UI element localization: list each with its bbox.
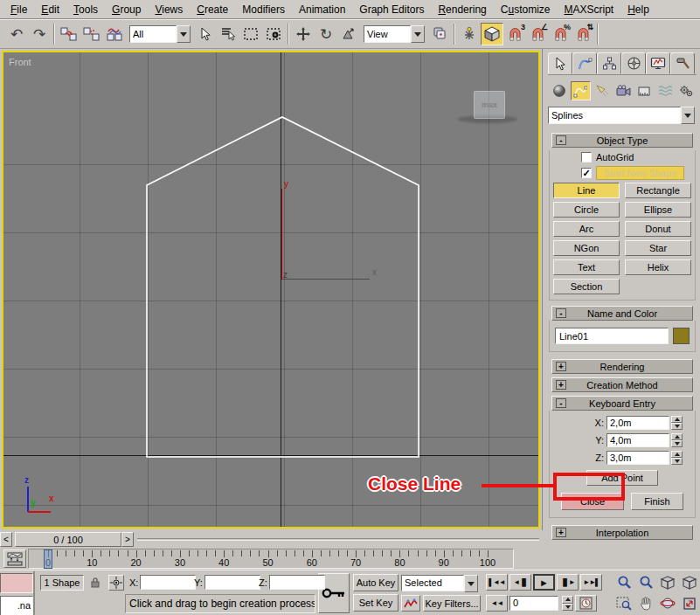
rollout-rendering[interactable]: +Rendering — [551, 359, 693, 374]
button-ngon[interactable]: NGon — [553, 240, 620, 256]
tab-hierarchy[interactable] — [597, 52, 621, 74]
window-crossing-button[interactable] — [262, 23, 285, 45]
coord-x-input[interactable] — [140, 575, 196, 590]
zoom-extents-all-button[interactable] — [679, 572, 700, 592]
macro-recorder-pane[interactable] — [0, 573, 33, 593]
previous-key-button[interactable]: ◄▐▌ — [509, 574, 531, 591]
current-frame-field[interactable]: 0 — [509, 596, 558, 611]
snap-toggle-button[interactable] — [481, 23, 503, 45]
time-config-button[interactable] — [575, 595, 597, 612]
bind-to-spacewarp-button[interactable] — [103, 23, 126, 45]
viewport-area[interactable]: Front max y z x z x y — [0, 49, 542, 530]
rollout-name-and-color[interactable]: -Name and Color — [551, 306, 693, 321]
menu-graph-editors[interactable]: Graph Editors — [352, 2, 431, 17]
use-pivot-center-button[interactable] — [428, 23, 451, 45]
category-space-warps[interactable] — [655, 81, 675, 100]
button-arc[interactable]: Arc — [553, 221, 620, 237]
object-name-field[interactable]: Line01 — [555, 328, 669, 344]
rollout-object-type[interactable]: -Object Type — [551, 133, 693, 148]
default-tangent-icon[interactable] — [401, 595, 420, 612]
spinner-down[interactable] — [671, 423, 683, 430]
redo-button[interactable]: ↷ — [28, 23, 51, 45]
tab-motion[interactable] — [621, 52, 646, 74]
start-new-shape-checkbox[interactable]: ✓ — [581, 168, 592, 178]
rollout-keyboard-entry[interactable]: -Keyboard Entry — [551, 396, 693, 411]
subcategory-dropdown[interactable]: Splines — [548, 107, 697, 124]
spinner-up[interactable] — [671, 416, 683, 423]
auto-key-button[interactable]: Auto Key — [353, 574, 399, 591]
select-and-manipulate-button[interactable] — [458, 23, 481, 45]
spinner-snap-button[interactable]: ⇅ — [572, 23, 594, 45]
time-slider[interactable]: 0 / 100 — [15, 532, 121, 547]
spinner-up[interactable] — [671, 451, 683, 458]
rollout-creation-method[interactable]: +Creation Method — [551, 377, 693, 392]
go-to-start-button[interactable]: ▌◄◄ — [486, 574, 508, 591]
menu-views[interactable]: Views — [148, 2, 190, 17]
button-circle[interactable]: Circle — [553, 202, 620, 218]
select-and-link-button[interactable] — [58, 23, 80, 45]
keyboard-y-spinner[interactable] — [671, 433, 683, 447]
percent-snap-button[interactable]: % — [549, 23, 572, 45]
menu-maxscript[interactable]: MAXScript — [558, 2, 621, 17]
coord-y-input[interactable] — [204, 575, 260, 590]
menu-help[interactable]: Help — [620, 2, 656, 17]
button-section[interactable]: Section — [553, 279, 620, 294]
key-mode-toggle[interactable]: ◄◄ — [486, 595, 508, 612]
button-star[interactable]: Star — [625, 240, 691, 256]
spinner-down[interactable] — [671, 440, 683, 447]
add-point-button[interactable]: Add Point — [586, 470, 658, 486]
tab-utilities[interactable] — [670, 52, 695, 74]
select-and-move-button[interactable] — [292, 23, 315, 45]
set-key-button[interactable]: Set Key — [353, 594, 399, 612]
selection-filter-dropdown[interactable]: All — [129, 25, 191, 43]
selection-set-dropdown-arrow[interactable] — [464, 575, 478, 592]
menu-customize[interactable]: Customize — [494, 2, 558, 17]
start-new-shape-button[interactable]: Start New Shape — [596, 166, 684, 180]
select-by-name-button[interactable] — [217, 23, 239, 45]
category-helpers[interactable] — [634, 81, 654, 100]
menu-animation[interactable]: Animation — [292, 2, 352, 17]
menu-rendering[interactable]: Rendering — [431, 2, 493, 17]
button-ellipse[interactable]: Ellipse — [625, 202, 691, 218]
absolute-mode-toggle[interactable] — [108, 575, 124, 591]
rect-selection-region-button[interactable] — [239, 23, 262, 45]
key-filters-button[interactable]: Key Filters... — [423, 595, 481, 612]
spinner-up[interactable] — [671, 433, 683, 440]
keyboard-z-spinner[interactable] — [671, 451, 683, 465]
timeline-ruler[interactable]: 0102030405060708090100 — [28, 549, 514, 569]
button-donut[interactable]: Donut — [625, 221, 691, 237]
selection-lock-icon[interactable] — [88, 575, 102, 591]
arc-rotate-button[interactable] — [657, 593, 678, 613]
menu-tools[interactable]: Tools — [66, 2, 105, 17]
object-color-swatch[interactable] — [673, 328, 690, 344]
keyboard-y-field[interactable]: 4,0m — [606, 433, 669, 447]
maximize-viewport-button[interactable] — [679, 593, 700, 613]
finish-button[interactable]: Finish — [631, 493, 683, 510]
tab-create[interactable] — [548, 52, 572, 74]
pan-button[interactable] — [635, 593, 656, 613]
keyboard-x-spinner[interactable] — [671, 416, 683, 430]
selection-set-dropdown[interactable]: Selected — [401, 575, 478, 591]
unlink-selection-button[interactable] — [80, 23, 103, 45]
category-cameras[interactable] — [613, 81, 633, 100]
frame-spinner[interactable] — [562, 596, 573, 611]
undo-button[interactable]: ↶ — [5, 23, 28, 45]
category-systems[interactable] — [677, 81, 697, 100]
coord-z-input[interactable] — [269, 575, 325, 590]
snap-3d-button[interactable]: 3 — [503, 23, 526, 45]
spinner-down[interactable] — [671, 458, 683, 465]
zoom-extents-button[interactable] — [657, 572, 678, 592]
zoom-all-button[interactable] — [635, 572, 656, 592]
category-shapes[interactable] — [571, 81, 590, 100]
front-viewport[interactable]: Front max y z x z x y — [2, 51, 540, 529]
selection-filter-dropdown-arrow[interactable] — [177, 25, 191, 43]
next-key-button[interactable]: ▐▌► — [557, 574, 579, 591]
menu-create[interactable]: Create — [190, 2, 235, 17]
mini-curve-editor-button[interactable] — [3, 549, 26, 568]
menu-group[interactable]: Group — [105, 2, 148, 17]
select-and-rotate-button[interactable]: ↻ — [315, 23, 337, 45]
close-button[interactable]: Close — [561, 493, 624, 510]
rollout-interpolation[interactable]: +Interpolation — [551, 525, 693, 540]
menu-file[interactable]: File — [3, 2, 34, 17]
button-text[interactable]: Text — [553, 259, 620, 275]
